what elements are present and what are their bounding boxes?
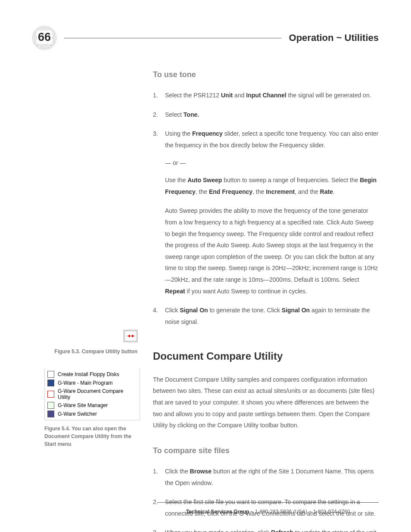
intro-paragraph: The Document Compare Utility samples and… <box>153 374 379 431</box>
section-heading-compare: Document Compare Utility <box>153 346 379 366</box>
compare-icon <box>47 391 54 398</box>
menu-item-label: G-Ware Site Manager <box>58 402 108 408</box>
start-menu-figure: Create Install Floppy Disks G-Ware - Mai… <box>44 368 140 420</box>
menu-item-label: G-Ware Switcher <box>58 411 97 417</box>
menu-item: G-Ware - Main Program <box>47 379 137 387</box>
step-item: Select the PSR1212 Unit and Input Channe… <box>153 90 379 101</box>
menu-item-label: Create Install Floppy Disks <box>58 371 119 377</box>
page-number: 66 <box>37 31 52 44</box>
site-icon <box>47 402 54 409</box>
floppy-icon <box>47 371 54 378</box>
page-title: Operation ~ Utilities <box>289 32 379 44</box>
footer: Technical Services Group ~ 1-800-283-593… <box>157 502 379 515</box>
switcher-icon <box>47 411 54 417</box>
header-rule <box>64 38 281 38</box>
figure-caption-5-4: Figure 5.4. You can also open the Docume… <box>44 425 140 448</box>
page-number-badge: 66 <box>32 26 56 50</box>
menu-item-label: G-Ware - Main Program <box>58 380 113 386</box>
step-item: Click the Browse button at the right of … <box>153 466 379 488</box>
subheading-compare: To compare site files <box>153 443 379 458</box>
or-separator: — or — <box>165 157 379 169</box>
menu-item: G-Ware Document Compare Utility <box>47 387 137 401</box>
menu-item: G-Ware Switcher <box>47 410 137 418</box>
step-item: Select Tone. <box>153 109 379 121</box>
menu-item: G-Ware Site Manager <box>47 401 137 410</box>
step-item: Using the Frequency slider, select a spe… <box>153 128 379 297</box>
figure-caption-5-3: Figure 5.3. Compare Utility button <box>32 348 144 355</box>
menu-item: Create Install Floppy Disks <box>47 370 137 379</box>
subheading-tone: To use tone <box>153 67 379 82</box>
step-item: Click Signal On to generate the tone. Cl… <box>153 305 379 327</box>
step-item: When you have made a selection, click Re… <box>153 527 379 532</box>
menu-item-label: G-Ware Document Compare Utility <box>58 388 137 400</box>
compare-utility-icon <box>124 330 137 342</box>
program-icon <box>47 380 54 386</box>
